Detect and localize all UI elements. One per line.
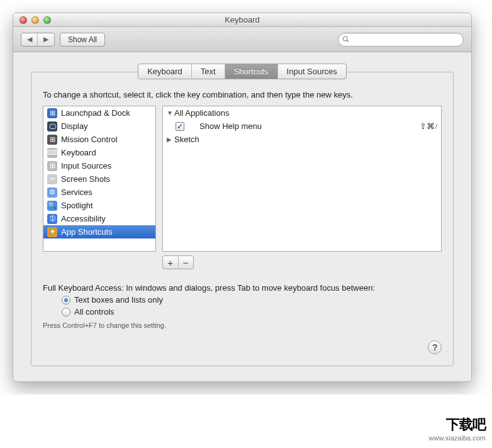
- category-label: Spotlight: [61, 201, 93, 210]
- shortcut-tree[interactable]: ▼ All Applications ✓ Show Help menu ⇧⌘/ …: [162, 106, 442, 252]
- shortcuts-groupbox: To change a shortcut, select it, click t…: [31, 72, 454, 366]
- search-icon: [342, 35, 350, 43]
- back-button[interactable]: ◀: [21, 33, 38, 46]
- category-icon: ⊞: [47, 135, 57, 145]
- add-remove-segment: + −: [162, 255, 194, 269]
- category-list[interactable]: ⊞Launchpad & Dock🖵Display⊞Mission Contro…: [43, 106, 156, 252]
- tab-input-sources[interactable]: Input Sources: [278, 64, 346, 79]
- category-item[interactable]: ➀Accessibility: [43, 212, 155, 225]
- window-title: Keyboard: [13, 15, 471, 25]
- fka-hint: Press Control+F7 to change this setting.: [43, 322, 442, 329]
- show-all-button[interactable]: Show All: [60, 33, 105, 47]
- category-icon: ➀: [47, 214, 57, 224]
- instruction-text: To change a shortcut, select it, click t…: [43, 90, 442, 99]
- category-item[interactable]: ✂Screen Shots: [43, 172, 155, 186]
- category-icon: ✂: [47, 174, 57, 184]
- help-button[interactable]: ?: [428, 340, 442, 354]
- svg-point-0: [343, 36, 347, 41]
- tree-group-label: All Applications: [174, 108, 229, 118]
- tree-group-sketch[interactable]: ▶ Sketch: [163, 133, 441, 146]
- radio-all-controls[interactable]: All controls: [62, 307, 442, 316]
- tab-shortcuts[interactable]: Shortcuts: [225, 64, 278, 79]
- category-label: Services: [61, 188, 92, 197]
- search-field[interactable]: [338, 33, 464, 47]
- tab-strip: Keyboard Text Shortcuts Input Sources: [138, 64, 347, 79]
- tab-bar: Keyboard Text Shortcuts Input Sources: [31, 64, 454, 79]
- category-label: Input Sources: [61, 161, 111, 171]
- toolbar: ◀ ▶ Show All: [13, 27, 471, 52]
- category-label: App Shortcuts: [61, 227, 113, 237]
- disclosure-right-icon[interactable]: ▶: [167, 136, 174, 143]
- category-icon: ⌨: [47, 148, 57, 158]
- radio-label: Text boxes and lists only: [74, 295, 163, 305]
- radio-off-icon[interactable]: [62, 308, 70, 316]
- tab-keyboard[interactable]: Keyboard: [138, 64, 192, 79]
- category-item[interactable]: ⊞Launchpad & Dock: [43, 106, 155, 120]
- category-icon: 🔍: [47, 201, 57, 211]
- search-input[interactable]: [352, 35, 459, 45]
- nav-segment: ◀ ▶: [21, 33, 55, 47]
- category-item[interactable]: 🔍Spotlight: [43, 199, 155, 212]
- content-area: Keyboard Text Shortcuts Input Sources To…: [13, 52, 471, 381]
- category-item[interactable]: 🖵Display: [43, 120, 155, 133]
- fka-description: Full Keyboard Access: In windows and dia…: [43, 283, 442, 293]
- remove-button[interactable]: −: [179, 256, 194, 269]
- shortcut-panes: ⊞Launchpad & Dock🖵Display⊞Mission Contro…: [43, 106, 442, 252]
- tree-group-label: Sketch: [174, 135, 199, 144]
- tree-group-all-applications[interactable]: ▼ All Applications: [163, 106, 441, 120]
- category-item[interactable]: ⊞Mission Control: [43, 133, 155, 146]
- category-label: Display: [61, 121, 88, 131]
- tab-text[interactable]: Text: [192, 64, 225, 79]
- forward-button[interactable]: ▶: [38, 33, 54, 46]
- add-button[interactable]: +: [163, 256, 179, 269]
- category-icon: ⊞: [47, 108, 57, 118]
- category-item[interactable]: ✦App Shortcuts: [43, 225, 155, 238]
- checkbox-checked-icon[interactable]: ✓: [176, 122, 184, 131]
- shortcut-key-combo[interactable]: ⇧⌘/: [420, 121, 437, 132]
- category-icon: ⚙: [47, 188, 57, 198]
- radio-text-boxes-only[interactable]: Text boxes and lists only: [62, 295, 442, 305]
- category-label: Screen Shots: [61, 174, 110, 184]
- radio-on-icon[interactable]: [62, 296, 70, 305]
- disclosure-down-icon[interactable]: ▼: [167, 109, 174, 116]
- titlebar: Keyboard: [13, 13, 471, 27]
- help-area: ?: [43, 340, 442, 354]
- svg-line-1: [347, 40, 349, 42]
- category-icon: 🖵: [47, 121, 57, 132]
- radio-label: All controls: [74, 307, 115, 316]
- category-label: Launchpad & Dock: [61, 108, 130, 118]
- category-label: Keyboard: [61, 148, 96, 157]
- category-item[interactable]: ⊞Input Sources: [43, 159, 155, 172]
- category-icon: ✦: [47, 227, 57, 237]
- category-label: Mission Control: [61, 135, 118, 144]
- full-keyboard-access-section: Full Keyboard Access: In windows and dia…: [43, 283, 442, 329]
- category-label: Accessibility: [61, 214, 106, 223]
- shortcut-item-label: Show Help menu: [188, 121, 262, 131]
- preferences-window: Keyboard ◀ ▶ Show All Keyboard Text Shor…: [13, 13, 472, 382]
- tree-item-show-help-menu[interactable]: ✓ Show Help menu ⇧⌘/: [163, 120, 441, 133]
- category-icon: ⊞: [47, 161, 57, 171]
- category-item[interactable]: ⚙Services: [43, 186, 155, 199]
- category-item[interactable]: ⌨Keyboard: [43, 146, 155, 159]
